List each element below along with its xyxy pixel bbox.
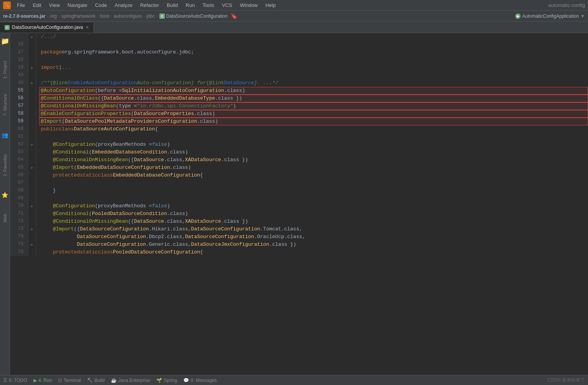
cls-generic: DataSourceConfiguration [77,241,146,248]
star-icon[interactable]: ⭐ [2,192,8,198]
menu-refactor[interactable]: Refactor [137,2,162,9]
fold-indicator-70[interactable]: ▶ [28,202,36,210]
brace-60: { [155,125,158,133]
sidebar-item-favorites[interactable]: 2: Favorites [3,154,7,176]
cls-oracleucp: DataSourceConfiguration [185,233,254,241]
fold-indicator-19[interactable]: ▶ [28,64,36,72]
menu-navigate[interactable]: Navigate [64,2,90,9]
indent-73 [41,225,53,233]
fold-indicator-46[interactable]: ▶ [28,79,36,87]
status-javaee[interactable]: ☕ Java Enterprise [111,378,150,383]
annotation-64: @ConditionalOnMissingBean [53,156,128,164]
sep2: › [58,13,60,19]
people-icon[interactable]: 👥 [1,131,9,139]
ln-72: 72 [10,218,26,225]
sidebar-item-project[interactable]: 1: Project [3,61,7,78]
crumb-boot[interactable]: boot [100,13,109,19]
menu-window[interactable]: Window [237,2,261,9]
ln-61: 61 [10,133,26,141]
cls-jmx: DataSourceJmxConfiguration [191,241,269,248]
import-fold: ... [62,64,71,72]
terminal-label: Terminal [64,378,81,383]
status-terminal[interactable]: ⊡ Terminal [58,378,81,383]
ln-56: 56 [10,95,26,102]
indent-75 [41,241,77,248]
code-line-75: DataSourceConfiguration .Generic.class, … [39,241,588,248]
ln-69: 69 [10,195,26,202]
code-line-60: public class DataSourceAutoConfiguration… [39,125,588,133]
javadoc-text1: Auto-configuration} for [137,79,206,87]
fold-indicator-73[interactable]: ▶ [28,225,36,233]
code-line-18 [39,56,588,64]
run-config-dropdown-icon[interactable]: ▼ [580,13,585,19]
kw-static-76: static [80,248,98,256]
javadoc-link2: {@link [206,79,224,87]
kw-false-70: false [152,202,167,210]
spring-label: Spring [164,378,177,383]
fold-indicator-65[interactable]: ▶ [28,164,36,172]
cls-embedded-ds: EmbeddedDataSourceConfiguration [77,164,170,172]
indent-66 [41,172,53,179]
tab-datasource[interactable]: C DataSourceAutoConfiguration.java ✕ [0,22,94,33]
fold-indicator-62[interactable]: ▶ [28,141,36,148]
crumb-class[interactable]: DataSourceAutoConfiguration [166,13,227,19]
sidebar-item-web[interactable]: Web [3,214,7,222]
status-run[interactable]: ▶ 4: Run [34,378,52,383]
fold-spacer-76 [28,248,36,256]
fold-spacer-67 [28,179,36,187]
menu-code[interactable]: Code [92,2,110,9]
menu-help[interactable]: Help [262,2,279,9]
run-config[interactable]: ▶ AutomaticConfigApplication ▼ [515,13,585,19]
menu-build[interactable]: Build [164,2,181,9]
code-line-65: @Import ( EmbeddedDataSourceConfiguratio… [39,164,588,172]
menu-file[interactable]: File [14,2,28,9]
folder-icon[interactable]: 📁 [1,37,9,45]
menu-edit[interactable]: Edit [30,2,44,9]
tab-bar: C DataSourceAutoConfiguration.java ✕ [0,22,588,33]
annotation-63: @Conditional [53,148,89,156]
fold-spacer-69 [28,195,36,202]
menu-run[interactable]: Run [183,2,198,9]
cls-ds-64: DataSource [134,156,164,164]
menu-tools[interactable]: Tools [199,2,217,9]
javadoc-start: /** [41,79,50,87]
menu-vcs[interactable]: VCS [219,2,235,9]
sidebar-item-structure[interactable]: 7: Structure [3,94,7,116]
status-todo[interactable]: ☰ 6: TODO [3,378,27,383]
menu-analyze[interactable]: Analyze [112,2,136,9]
editor[interactable]: 16 17 18 19 45 46 55 56 57 58 59 60 61 6… [10,33,588,375]
run-label: 4: Run [39,378,52,383]
indent-74 [41,233,77,241]
cls-embedded-cond: EmbeddedDatabaseCondition [92,148,167,156]
cls-dspool: DataSourcePoolMetadataProvidersConfigura… [65,118,197,125]
crumb-autoconfigure[interactable]: autoconfigure [114,13,142,19]
crumb-jar[interactable]: re-2.7.0-sources.jar [3,13,45,19]
cls-sql-init: SqlInitializationAutoConfiguration [122,87,224,95]
menu-view[interactable]: View [46,2,63,9]
cls-xa-72: XADataSource [185,218,221,225]
status-spring[interactable]: 🌱 Spring [156,378,177,383]
fold-comment: /.../ [41,33,56,41]
code-line-16 [39,41,588,48]
fold-indicator-1[interactable]: ▶ [28,33,36,41]
fold-spacer-71 [28,210,36,218]
crumb-springframework[interactable]: springframework [61,13,95,19]
dot-class-55: .class) [224,87,245,95]
run-config-icon: ▶ [515,13,521,19]
code-line-19: import | ... [39,64,588,72]
paren-62b: ) [167,141,170,148]
annotation-57: @ConditionalOnMissingBean [41,102,116,110]
cls-datasource: DataSource [104,95,134,102]
crumb-org[interactable]: org [50,13,57,19]
tab-close-button[interactable]: ✕ [85,25,89,30]
code-line-fold1: /.../ [39,33,588,41]
crumb-jdbc[interactable]: jdbc [146,13,155,19]
side-panels: 📁 1: Project 7: Structure 👥 2: Favorites… [0,33,10,375]
kw-protected-76: protected [53,248,80,256]
ln-67: 67 [10,179,26,187]
status-messages[interactable]: 💬 0: Messages [183,378,217,383]
kw-public-60: public [41,125,59,133]
fold-indicator-75[interactable]: ▶ [28,241,36,248]
status-build[interactable]: 🔨 Build [87,378,105,383]
ln-60: 60 [10,125,26,133]
